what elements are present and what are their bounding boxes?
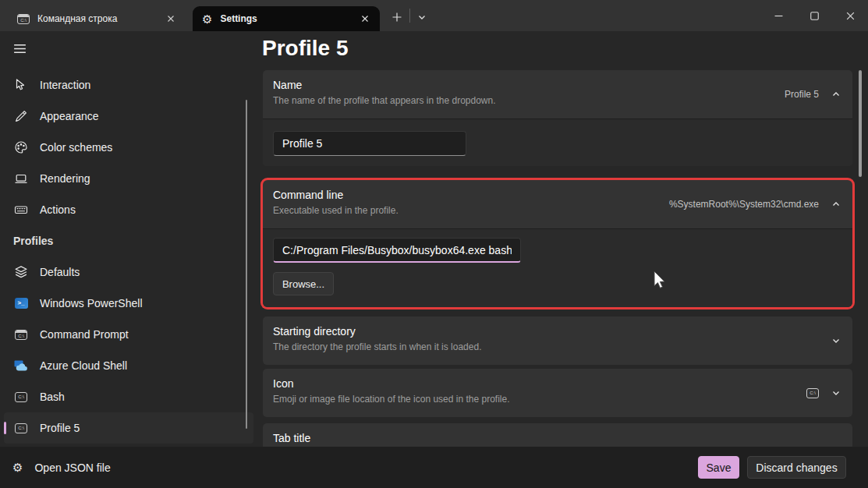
setting-card-tab-title: Tab title — [263, 423, 852, 447]
sidebar-item-rendering[interactable]: Rendering — [4, 163, 253, 194]
bottom-bar: ⚙ Open JSON file Save Discard changes — [0, 447, 868, 488]
setting-current-value: Profile 5 — [785, 89, 819, 100]
setting-title: Tab title — [273, 432, 840, 444]
browse-button[interactable]: Browse... — [273, 272, 334, 295]
content-scrollbar[interactable] — [859, 70, 862, 177]
cmd-icon-text: C:\ — [18, 334, 24, 338]
chevron-down-icon[interactable] — [831, 388, 841, 398]
expander-header-name[interactable]: Name The name of the profile that appear… — [263, 70, 852, 118]
expander-header-command-line[interactable]: Command line Executable used in the prof… — [263, 180, 852, 228]
sidebar-item-profile-5[interactable]: C:\ Profile 5 — [4, 412, 253, 444]
setting-card-name: Name The name of the profile that appear… — [263, 70, 852, 166]
sidebar-item-windows-powershell[interactable]: >_ Windows PowerShell — [4, 288, 253, 319]
expander-body-command-line: Browse... — [263, 228, 852, 307]
cmd-window-icon: C:\ — [13, 330, 29, 340]
chevron-up-icon[interactable] — [831, 200, 841, 209]
terminal-icon: C:\ — [13, 423, 29, 433]
sidebar-item-label: Profile 5 — [40, 422, 80, 434]
sidebar-item-label: Rendering — [40, 172, 90, 185]
sidebar-item-actions[interactable]: Actions — [4, 194, 253, 225]
terminal-icon-text: C:\ — [810, 391, 816, 395]
expander-header-icon[interactable]: Icon Emoji or image file location of the… — [263, 369, 852, 417]
setting-card-icon: Icon Emoji or image file location of the… — [263, 369, 852, 417]
titlebar: C:\ Командная строка ⚙ Settings — [0, 0, 868, 31]
setting-description: The name of the profile that appears in … — [273, 95, 840, 106]
command-line-input[interactable] — [273, 238, 521, 263]
sidebar-item-defaults[interactable]: Defaults — [4, 256, 253, 288]
setting-title: Icon — [273, 377, 840, 390]
sidebar-item-label: Command Prompt — [40, 328, 129, 341]
paintbrush-icon — [13, 109, 29, 123]
sidebar-nav: Interaction Appearance Color schemes Ren… — [0, 69, 257, 444]
selection-indicator — [4, 422, 6, 434]
open-json-file-label: Open JSON file — [34, 461, 110, 474]
sidebar-item-label: Azure Cloud Shell — [40, 359, 127, 372]
tab-settings[interactable]: ⚙ Settings — [193, 6, 380, 31]
profile-name-input[interactable] — [273, 131, 466, 156]
sidebar-item-label: Bash — [40, 391, 65, 403]
gear-icon: ⚙ — [12, 461, 23, 473]
setting-description: Emoji or image file location of the icon… — [273, 394, 840, 405]
tab-dropdown-button[interactable] — [413, 9, 431, 25]
close-tab-icon[interactable] — [164, 12, 178, 26]
settings-content: Profile 5 Name The name of the profile t… — [257, 31, 868, 447]
keyboard-icon — [13, 203, 29, 217]
sidebar-item-appearance[interactable]: Appearance — [4, 101, 253, 132]
sidebar-item-bash[interactable]: C:\ Bash — [4, 381, 253, 412]
laptop-icon — [13, 172, 29, 186]
tab-command-prompt[interactable]: C:\ Командная строка — [8, 6, 186, 31]
expander-header-tab-title[interactable]: Tab title — [263, 423, 852, 447]
sidebar-item-label: Appearance — [40, 110, 99, 122]
setting-current-value: %SystemRoot%\System32\cmd.exe — [669, 199, 819, 210]
sidebar-item-interaction[interactable]: Interaction — [4, 69, 253, 101]
sidebar-item-command-prompt[interactable]: C:\ Command Prompt — [4, 319, 253, 350]
setting-title: Starting directory — [273, 325, 840, 338]
setting-card-starting-directory: Starting directory The directory the pro… — [263, 316, 852, 365]
expander-header-starting-directory[interactable]: Starting directory The directory the pro… — [263, 316, 852, 365]
sidebar-item-label: Actions — [40, 203, 76, 216]
sidebar-item-label: Interaction — [40, 79, 90, 91]
tab-label: Settings — [220, 13, 358, 24]
window-controls — [760, 0, 868, 31]
layers-icon — [13, 265, 29, 279]
sidebar-item-label: Color schemes — [40, 141, 112, 154]
expander-body-name — [263, 118, 852, 166]
chevron-up-icon[interactable] — [831, 90, 841, 99]
tab-label: Командная строка — [37, 13, 164, 24]
close-button[interactable] — [832, 0, 868, 31]
close-tab-icon[interactable] — [358, 12, 372, 26]
sidebar-item-label: Defaults — [40, 266, 80, 278]
terminal-icon-text: C:\ — [18, 426, 24, 430]
powershell-icon: >_ — [13, 298, 29, 309]
terminal-icon: C:\ — [13, 392, 29, 402]
cmd-window-icon: C:\ — [17, 14, 30, 24]
tabbar-divider — [409, 9, 410, 23]
new-tab-button[interactable] — [388, 9, 406, 25]
open-json-file-button[interactable]: ⚙ Open JSON file — [12, 447, 111, 488]
terminal-icon-text: C:\ — [18, 394, 24, 399]
sidebar-item-color-schemes[interactable]: Color schemes — [4, 132, 253, 163]
menu-icon[interactable] — [12, 41, 28, 57]
sidebar-scrollbar[interactable] — [246, 100, 247, 429]
page-title: Profile 5 — [262, 36, 348, 61]
profile-icon-preview: C:\ — [806, 388, 819, 398]
profiles-section-header: Profiles — [0, 225, 257, 256]
settings-sidebar: Interaction Appearance Color schemes Ren… — [0, 31, 257, 447]
discard-changes-button[interactable]: Discard changes — [747, 456, 846, 479]
azure-cloud-icon — [13, 360, 29, 371]
interaction-cursor-icon — [13, 78, 29, 92]
sidebar-item-azure-cloud-shell[interactable]: Azure Cloud Shell — [4, 350, 253, 381]
sidebar-item-label: Windows PowerShell — [40, 297, 143, 309]
terminal-settings-window: C:\ Командная строка ⚙ Settings — [0, 0, 868, 488]
cmd-icon-text: C:\ — [20, 18, 27, 23]
save-button[interactable]: Save — [698, 456, 739, 479]
setting-title: Name — [273, 79, 840, 91]
chevron-down-icon[interactable] — [831, 336, 841, 345]
setting-description: The directory the profile starts in when… — [273, 341, 840, 352]
minimize-button[interactable] — [760, 0, 796, 31]
setting-card-command-line: Command line Executable used in the prof… — [263, 180, 852, 307]
gear-icon: ⚙ — [202, 13, 212, 25]
maximize-button[interactable] — [796, 0, 832, 31]
powershell-glyph: >_ — [17, 299, 24, 306]
palette-icon — [13, 140, 29, 154]
